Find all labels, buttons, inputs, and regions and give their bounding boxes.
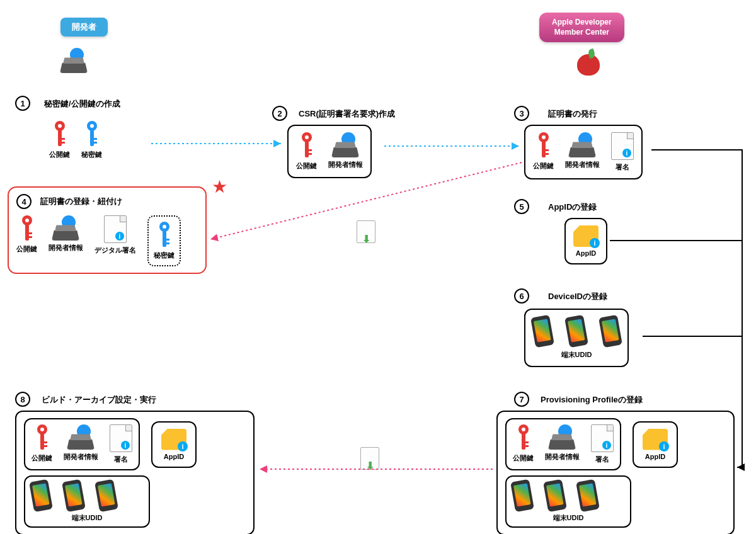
signature-doc-icon: i — [591, 424, 614, 452]
download-profile-icon — [360, 447, 379, 470]
step1-title: 秘密鍵/公開鍵の作成 — [44, 98, 120, 110]
step3-box: 公開鍵 開発者情報 i署名 — [524, 125, 643, 179]
step6-title: DeviceIDの登録 — [548, 291, 607, 302]
dev-info-icon — [548, 424, 577, 450]
dev-info-icon — [568, 132, 597, 157]
step6-box: 端末UDID — [524, 309, 629, 367]
apple-badge: Apple Developer Member Center — [539, 13, 624, 42]
step5-title: AppIDの登録 — [548, 202, 597, 213]
step1-num: 1 — [15, 96, 30, 111]
step7-title: Provisioning Profileの登録 — [541, 394, 643, 406]
dev-info-icon — [52, 215, 81, 241]
developer-badge: 開発者 — [60, 18, 108, 37]
device-icon — [598, 315, 622, 348]
step8-title: ビルド・アーカイブ設定・実行 — [42, 394, 156, 406]
dev-info-icon — [331, 132, 360, 157]
developer-icon — [60, 48, 89, 73]
public-key-icon — [35, 424, 49, 451]
step3-title: 証明書の発行 — [548, 108, 597, 120]
step8-num: 8 — [15, 392, 30, 407]
step4-title: 証明書の登録・紐付け — [40, 196, 122, 207]
step4-box: 4 証明書の登録・紐付け 公開鍵 開発者情報 iデジタル署名 秘密鍵 — [8, 186, 207, 274]
signature-doc-icon: i — [611, 132, 634, 160]
device-icon — [510, 479, 534, 512]
step7-appid-inner: iAppID — [633, 421, 678, 468]
step7-box: 公開鍵 開発者情報 i署名 iAppID 端末UDID — [496, 411, 735, 534]
public-key-icon — [300, 132, 314, 159]
device-icon — [29, 479, 53, 512]
device-icon — [530, 315, 554, 348]
dev-info-icon — [67, 424, 96, 450]
appid-tag-icon: i — [573, 225, 598, 247]
step7-num: 7 — [514, 392, 529, 407]
step7-cert-inner: 公開鍵 開発者情報 i署名 — [505, 418, 621, 470]
step8-cert-inner: 公開鍵 開発者情報 i署名 — [24, 418, 140, 470]
step7-udid-inner: 端末UDID — [505, 475, 631, 528]
step5-num: 5 — [514, 199, 529, 214]
step8-udid-inner: 端末UDID — [24, 475, 150, 528]
step8-appid-inner: iAppID — [151, 421, 197, 468]
step8-box: 公開鍵 開発者情報 i署名 iAppID 端末UDID — [15, 411, 255, 534]
appid-tag-icon: i — [643, 429, 668, 450]
device-icon — [543, 479, 567, 512]
step6-num: 6 — [514, 288, 529, 304]
download-cert-icon — [357, 220, 375, 243]
device-icon — [94, 479, 118, 512]
step5-box: iAppID — [564, 218, 607, 264]
appid-tag-icon: i — [161, 429, 186, 450]
step3-num: 3 — [514, 106, 529, 121]
signature-doc-icon: i — [110, 424, 132, 452]
udid-label: 端末UDID — [513, 513, 624, 523]
public-key-icon — [537, 132, 551, 159]
device-icon — [62, 479, 86, 512]
udid-label: 端末UDID — [32, 513, 142, 523]
udid-label: 端末UDID — [533, 350, 620, 360]
step1-keys: 公開鍵 秘密鍵 — [49, 121, 102, 159]
public-key-icon — [53, 121, 67, 147]
public-key-icon — [517, 424, 530, 451]
public-key-icon — [20, 215, 34, 242]
device-icon — [564, 315, 588, 348]
step2-title: CSR(証明書署名要求)作成 — [299, 108, 395, 120]
step4-num: 4 — [16, 194, 32, 209]
private-key-dashed: 秘密鍵 — [147, 215, 181, 266]
apple-icon — [575, 49, 602, 77]
private-key-icon — [85, 121, 99, 147]
private-key-icon — [158, 222, 171, 248]
step2-box: 公開鍵 開発者情報 — [287, 125, 372, 178]
device-icon — [576, 479, 600, 512]
star-icon: ★ — [212, 176, 227, 197]
digital-sign-doc-icon: i — [104, 215, 127, 243]
step2-num: 2 — [272, 106, 287, 121]
